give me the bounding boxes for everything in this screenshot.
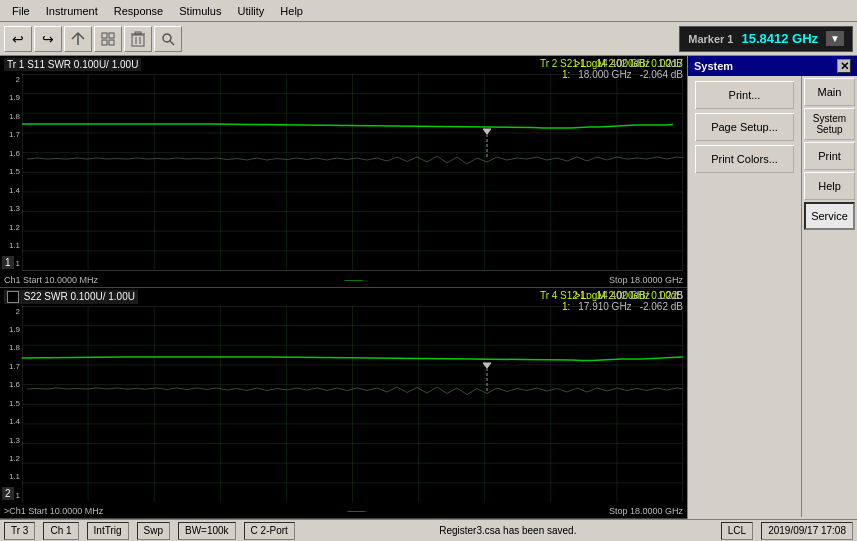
sidebar: System ✕ Print... Page Setup... Print Co… [687,56,857,519]
svg-point-10 [163,34,171,42]
print-colors-button[interactable]: Print Colors... [695,145,794,173]
status-message: Register3.csa has been saved. [303,525,713,536]
svg-rect-5 [132,35,144,46]
y-label-13: 1.3 [9,205,20,213]
sidebar-close-button[interactable]: ✕ [837,59,851,73]
y-label-14: 1.4 [9,187,20,195]
status-datetime: 2019/09/17 17:08 [761,522,853,540]
marker-expand-button[interactable]: ▼ [826,31,844,46]
svg-rect-2 [109,33,114,38]
chart2-svg [22,306,683,503]
status-lcl: LCL [721,522,753,540]
marker-display: Marker 1 15.8412 GHz ▼ [679,26,853,52]
chart-2[interactable]: 2 1.9 1.8 1.7 1.6 1.5 1.4 1.3 1.2 1.1 1 [0,288,687,520]
chart1-footer: Ch1 Start 10.0000 MHz —— Stop 18.0000 GH… [4,275,683,285]
menu-bar: File Instrument Response Stimulus Utilit… [0,0,857,22]
print-tab[interactable]: Print [804,142,855,170]
y-label-17: 1.7 [9,131,20,139]
undo-button[interactable]: ↩ [4,26,32,52]
y-label-2: 2 [16,76,20,84]
chart2-y-axis: 2 1.9 1.8 1.7 1.6 1.5 1.4 1.3 1.2 1.1 1 [0,308,22,501]
chart1-number: 1 [2,256,14,269]
status-swp: Swp [137,522,170,540]
chart2-footer-left: >Ch1 Start 10.0000 MHz [4,506,103,516]
svg-line-11 [170,41,174,45]
menu-file[interactable]: File [4,3,38,19]
status-2port: C 2-Port [244,522,295,540]
y-label-12: 1.2 [9,224,20,232]
y-label-15: 1.5 [9,168,20,176]
chart1-footer-right: Stop 18.0000 GHz [609,275,683,285]
grid-button[interactable] [94,26,122,52]
toolbar: ↩ ↪ Marker 1 15.8412 GHz ▼ [0,22,857,56]
status-bar: Tr 3 Ch 1 IntTrig Swp BW=100k C 2-Port R… [0,519,857,541]
y-label-11: 1.1 [9,242,20,250]
svg-rect-4 [109,40,114,45]
menu-utility[interactable]: Utility [229,3,272,19]
status-inttrig: IntTrig [87,522,129,540]
help-tab[interactable]: Help [804,172,855,200]
chart1-y-axis: 2 1.9 1.8 1.7 1.6 1.5 1.4 1.3 1.2 1.1 1 [0,76,22,269]
main-content: 2 1.9 1.8 1.7 1.6 1.5 1.4 1.3 1.2 1.1 1 [0,56,857,519]
status-ch1: Ch 1 [43,522,78,540]
chart2-number: 2 [2,487,14,500]
chart-1[interactable]: 2 1.9 1.8 1.7 1.6 1.5 1.4 1.3 1.2 1.1 1 [0,56,687,288]
svg-rect-7 [135,32,141,34]
svg-rect-3 [102,40,107,45]
print-button[interactable]: Print... [695,81,794,109]
tool-3-button[interactable] [64,26,92,52]
chart2-footer: >Ch1 Start 10.0000 MHz —— Stop 18.0000 G… [4,506,683,516]
y-label-18: 1.8 [9,113,20,121]
svg-rect-1 [102,33,107,38]
chart1-footer-left: Ch1 Start 10.0000 MHz [4,275,98,285]
main-tab[interactable]: Main [804,78,855,106]
y-label-16: 1.6 [9,150,20,158]
system-setup-tab[interactable]: SystemSetup [804,108,855,140]
y-label-19: 1.9 [9,94,20,102]
chart1-svg [22,74,683,271]
redo-button[interactable]: ↪ [34,26,62,52]
menu-help[interactable]: Help [272,3,311,19]
delete-button[interactable] [124,26,152,52]
chart-area: 2 1.9 1.8 1.7 1.6 1.5 1.4 1.3 1.2 1.1 1 [0,56,687,519]
search-button[interactable] [154,26,182,52]
menu-instrument[interactable]: Instrument [38,3,106,19]
chart2-footer-right: Stop 18.0000 GHz [609,506,683,516]
sidebar-title: System ✕ [688,56,857,76]
y-label-1: 1 [16,260,20,268]
status-bw: BW=100k [178,522,236,540]
service-tab[interactable]: Service [804,202,855,230]
status-tr3: Tr 3 [4,522,35,540]
menu-stimulus[interactable]: Stimulus [171,3,229,19]
marker-freq: 15.8412 GHz [741,31,818,46]
marker-label: Marker 1 [688,33,733,45]
page-setup-button[interactable]: Page Setup... [695,113,794,141]
menu-response[interactable]: Response [106,3,172,19]
